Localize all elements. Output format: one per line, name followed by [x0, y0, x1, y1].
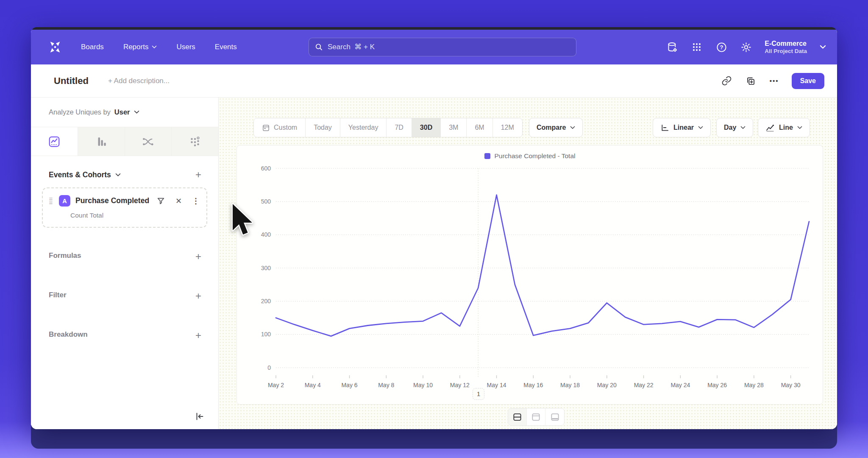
drag-handle-icon[interactable]: ≡≡: [48, 197, 54, 204]
app-window: BoardsReportsUsersEvents: [31, 27, 837, 429]
compare-button[interactable]: Compare: [529, 118, 583, 137]
search-icon: [315, 43, 323, 51]
settings-gear-icon[interactable]: [740, 41, 752, 53]
interval-dropdown[interactable]: Day: [716, 118, 753, 137]
apps-grid-icon[interactable]: [691, 41, 703, 53]
y-axis-label: 100: [261, 331, 271, 338]
x-axis-label: May 6: [341, 382, 357, 388]
events-cohorts-label[interactable]: Events & Cohorts: [49, 170, 121, 179]
event-card[interactable]: ≡≡ A Purchase Completed ✕ ⋮ Count Total: [42, 187, 207, 228]
duplicate-icon[interactable]: [744, 75, 757, 87]
tab-metrics-dots[interactable]: [172, 127, 218, 156]
scale-dropdown[interactable]: Linear: [653, 118, 711, 137]
mixpanel-logo-icon[interactable]: [48, 40, 62, 54]
analyze-chevron-down-icon[interactable]: [134, 110, 139, 114]
add-description[interactable]: + Add description...: [108, 77, 170, 85]
x-axis-label: May 18: [560, 382, 580, 388]
top-nav: BoardsReportsUsersEvents: [31, 30, 837, 64]
range-12m[interactable]: 12M: [493, 118, 522, 137]
x-axis-label: May 24: [670, 382, 690, 388]
svg-text:?: ?: [720, 44, 723, 50]
add-formulas-button[interactable]: +: [195, 251, 201, 262]
nav-menu: BoardsReportsUsersEvents: [81, 43, 237, 51]
nav-right-cluster: ? E-Commerce All Project Data: [666, 39, 826, 55]
remove-event-icon[interactable]: ✕: [175, 196, 182, 206]
event-letter-badge: A: [59, 195, 70, 207]
add-filter-button[interactable]: +: [195, 291, 201, 301]
x-axis-label: May 28: [744, 382, 764, 388]
data-management-icon[interactable]: [666, 41, 678, 53]
search-input[interactable]: [328, 43, 570, 51]
range-3m[interactable]: 3M: [441, 118, 467, 137]
scale-chevron-down-icon: [698, 126, 703, 129]
section-label: Breakdown: [49, 330, 88, 339]
chart-type-dropdown[interactable]: Line: [758, 118, 810, 137]
collapse-sidebar-icon[interactable]: [195, 411, 205, 423]
series-line: [276, 195, 809, 336]
section-formulas: Formulas +: [49, 251, 201, 267]
help-icon[interactable]: ?: [715, 41, 727, 53]
y-axis-label: 500: [261, 198, 271, 205]
legend-label: Purchase Completed - Total: [495, 152, 576, 160]
y-axis-label: 600: [261, 165, 271, 172]
event-metric[interactable]: Count Total: [70, 212, 200, 219]
section-filter: Filter +: [49, 291, 201, 307]
tab-flow[interactable]: [125, 127, 172, 156]
layout-toggle-group: [508, 408, 565, 426]
x-axis-label: May 2: [268, 382, 284, 388]
view-tabs: [31, 127, 218, 156]
nav-item-reports[interactable]: Reports: [123, 43, 157, 51]
y-axis-label: 0: [267, 364, 271, 371]
nav-item-events[interactable]: Events: [215, 43, 237, 51]
y-axis-label: 200: [261, 298, 271, 304]
calendar-icon: [262, 124, 270, 132]
filter-funnel-icon[interactable]: [156, 196, 165, 205]
x-axis-label: May 4: [305, 382, 321, 388]
range-30d[interactable]: 30D: [412, 118, 441, 137]
date-range-control: CustomTodayYesterday7D30D3M6M12M: [253, 118, 523, 137]
add-event-button[interactable]: +: [195, 170, 201, 180]
x-axis-label: May 22: [634, 382, 654, 388]
chart-legend[interactable]: Purchase Completed - Total: [237, 152, 823, 160]
flow-icon: [142, 135, 154, 148]
analyze-uniques-row: Analyze Uniques by User: [31, 98, 218, 127]
save-button[interactable]: Save: [792, 73, 824, 89]
x-axis-label: May 12: [450, 382, 470, 388]
events-chevron-down-icon: [115, 173, 121, 177]
report-title[interactable]: Untitled: [54, 75, 89, 87]
project-switcher[interactable]: E-Commerce All Project Data: [765, 39, 807, 55]
tab-funnel-bars[interactable]: [78, 127, 125, 156]
search-bar[interactable]: [309, 38, 576, 56]
project-scope: All Project Data: [765, 48, 807, 55]
chevron-down-icon: [152, 45, 157, 49]
x-axis-label: May 10: [413, 382, 433, 388]
event-options-icon[interactable]: ⋮: [192, 196, 200, 206]
copy-link-icon[interactable]: [721, 75, 733, 87]
chart-card: Purchase Completed - Total 0100200300400…: [236, 145, 823, 405]
analyze-value-dropdown[interactable]: User: [114, 108, 130, 116]
type-chevron-down-icon: [797, 126, 802, 129]
legend-swatch: [484, 153, 490, 159]
report-toolbar: Untitled + Add description... ••• Save: [31, 64, 837, 98]
add-breakdown-button[interactable]: +: [195, 330, 201, 341]
x-axis-label: May 16: [523, 382, 543, 388]
range-today[interactable]: Today: [306, 118, 340, 137]
layout-split-horizontal-button[interactable]: [508, 408, 527, 425]
pagination-page-1[interactable]: 1: [473, 388, 484, 400]
range-yesterday[interactable]: Yesterday: [340, 118, 387, 137]
nav-item-boards[interactable]: Boards: [81, 43, 104, 51]
events-cohorts-header: Events & Cohorts +: [49, 170, 201, 180]
query-builder-sidebar: Analyze Uniques by User: [31, 98, 219, 429]
layout-bottom-bar-button[interactable]: [545, 408, 564, 425]
range-7d[interactable]: 7D: [387, 118, 412, 137]
project-chevron-down-icon[interactable]: [820, 45, 826, 49]
more-actions-icon[interactable]: •••: [768, 75, 781, 87]
range-custom[interactable]: Custom: [254, 118, 306, 137]
nav-item-users[interactable]: Users: [176, 43, 195, 51]
line-chart[interactable]: 0100200300400500600May 2May 4May 6May 8M…: [243, 163, 815, 402]
event-name[interactable]: Purchase Completed: [75, 196, 149, 205]
layout-top-bar-button[interactable]: [527, 408, 545, 425]
tab-insights-line[interactable]: [31, 127, 78, 156]
section-label: Formulas: [49, 251, 81, 260]
range-6m[interactable]: 6M: [467, 118, 492, 137]
